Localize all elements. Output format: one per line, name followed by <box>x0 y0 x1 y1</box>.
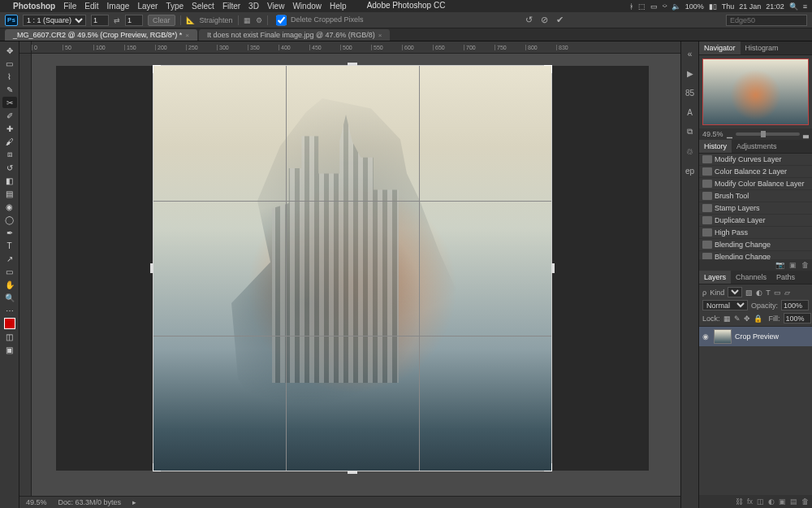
crop-handle-mb[interactable] <box>348 471 357 474</box>
swap-wh-icon[interactable]: ⇄ <box>114 16 120 24</box>
history-item[interactable]: Blending Change <box>699 251 812 259</box>
crop-handle-tr[interactable] <box>544 65 552 73</box>
history-item[interactable]: Modify Curves Layer <box>699 154 812 166</box>
tab-layers[interactable]: Layers <box>699 271 731 284</box>
history-snapshot-icon[interactable]: 📷 <box>775 261 784 269</box>
path-tool-icon[interactable]: ↗ <box>2 253 17 264</box>
screenmode-icon[interactable]: ▣ <box>2 344 17 355</box>
layer-thumbnail[interactable] <box>714 329 732 344</box>
straighten-label[interactable]: Straighten <box>200 16 233 24</box>
layer-name[interactable]: Crop Preview <box>735 332 779 341</box>
layer-filter-select[interactable] <box>728 287 742 297</box>
commit-crop-icon[interactable]: ✔ <box>556 15 564 25</box>
history-item[interactable]: Stamp Layers <box>699 202 812 215</box>
delete-cropped-checkbox[interactable]: Delete Cropped Pixels <box>273 12 364 28</box>
crop-rect[interactable] <box>153 66 551 471</box>
blend-mode-select[interactable]: Normal <box>702 300 748 310</box>
app-name[interactable]: Photoshop <box>13 2 55 11</box>
dodge-tool-icon[interactable]: ◯ <box>2 214 17 225</box>
layer-adj-icon[interactable]: ◐ <box>768 497 775 506</box>
menu-3d[interactable]: 3D <box>248 2 259 11</box>
history-new-icon[interactable]: ▣ <box>789 261 797 269</box>
cancel-crop-icon[interactable]: ⊘ <box>541 15 548 25</box>
crop-handle-ml[interactable] <box>150 263 153 273</box>
nav-zoom-slider[interactable] <box>736 132 800 136</box>
lock-paint-icon[interactable]: ✎ <box>734 315 741 323</box>
crop-handle-tl[interactable] <box>153 65 161 73</box>
filter-adj-icon[interactable]: ◐ <box>756 289 762 297</box>
zoom-in-icon[interactable]: ▃ <box>803 130 809 138</box>
crop-ratio-select[interactable]: 1 : 1 (Square) <box>23 15 86 26</box>
history-item[interactable]: Duplicate Layer <box>699 215 812 227</box>
tab-history[interactable]: History <box>699 140 732 153</box>
battery-icon[interactable]: ▮▯ <box>709 2 717 11</box>
tab-adjustments[interactable]: Adjustments <box>732 140 782 153</box>
tab-navigator[interactable]: Navigator <box>699 41 741 54</box>
dock-recycle-icon[interactable]: ♲ <box>685 145 696 157</box>
crop-overlay[interactable] <box>56 66 649 471</box>
layer-trash-icon[interactable]: 🗑 <box>801 497 809 506</box>
history-item[interactable]: Color Balance 2 Layer <box>699 166 812 178</box>
quickmask-icon[interactable]: ◫ <box>2 331 17 342</box>
layer-mask-icon[interactable]: ◫ <box>757 497 764 506</box>
layer-visibility-icon[interactable]: ◉ <box>702 332 710 341</box>
lock-pos-icon[interactable]: ✥ <box>744 315 750 323</box>
reset-crop-icon[interactable]: ↺ <box>525 15 533 25</box>
overlay-grid-icon[interactable]: ▦ <box>244 16 251 24</box>
marquee-tool-icon[interactable]: ▭ <box>2 58 17 69</box>
lock-trans-icon[interactable]: ▦ <box>723 315 731 323</box>
navigator-preview[interactable] <box>699 55 812 128</box>
ruler-origin[interactable] <box>19 41 32 54</box>
menu-image[interactable]: Image <box>107 2 130 11</box>
pen-tool-icon[interactable]: ✒ <box>2 227 17 238</box>
layer-link-icon[interactable]: ⛓ <box>736 497 743 506</box>
tab-histogram[interactable]: Histogram <box>741 41 784 54</box>
gradient-tool-icon[interactable]: ▤ <box>2 188 17 199</box>
filter-smart-icon[interactable]: ▱ <box>784 289 790 297</box>
ps-home-icon[interactable]: Ps <box>5 15 18 26</box>
menu-help[interactable]: Help <box>330 2 347 11</box>
history-item[interactable]: Blending Change <box>699 239 812 251</box>
layer-row[interactable]: ◉ Crop Preview <box>699 327 812 346</box>
crop-tool-icon[interactable]: ✂ <box>2 97 17 108</box>
fill-input[interactable] <box>784 313 811 323</box>
status-zoom[interactable]: 49.5% <box>26 498 47 506</box>
zoom-tool-icon[interactable]: 🔍 <box>2 292 17 303</box>
crop-handle-mr[interactable] <box>551 263 555 273</box>
healing-tool-icon[interactable]: ✚ <box>2 123 17 134</box>
display-icon[interactable]: ▭ <box>650 2 658 11</box>
dock-expand-icon[interactable]: « <box>685 48 696 59</box>
close-icon[interactable]: × <box>378 32 382 39</box>
spotlight-icon[interactable]: 🔍 <box>789 2 798 11</box>
dock-char-icon[interactable]: A <box>685 106 696 118</box>
crop-handle-br[interactable] <box>544 463 552 471</box>
menu-view[interactable]: View <box>267 2 285 11</box>
tab-paths[interactable]: Paths <box>771 271 800 284</box>
filter-shape-icon[interactable]: ▭ <box>774 289 781 297</box>
search-input[interactable] <box>726 15 807 26</box>
history-item[interactable]: High Pass <box>699 227 812 239</box>
doc-tab-1[interactable]: _MG_6607.CR2 @ 49.5% (Crop Preview, RGB/… <box>5 29 197 41</box>
move-tool-icon[interactable]: ✥ <box>2 45 17 56</box>
hand-tool-icon[interactable]: ✋ <box>2 279 17 290</box>
crop-width-input[interactable] <box>91 15 109 26</box>
quick-select-tool-icon[interactable]: ✎ <box>2 84 17 95</box>
stamp-tool-icon[interactable]: ⧇ <box>2 149 17 160</box>
dock-ep-icon[interactable]: ep <box>685 165 696 176</box>
layer-new-icon[interactable]: ▤ <box>790 497 797 506</box>
history-brush-tool-icon[interactable]: ↺ <box>2 162 17 173</box>
history-trash-icon[interactable]: 🗑 <box>801 261 809 269</box>
dropbox-icon[interactable]: ⬚ <box>638 2 646 11</box>
history-item[interactable]: Brush Tool <box>699 190 812 202</box>
menu-window[interactable]: Window <box>292 2 322 11</box>
status-doc[interactable]: Doc: 63.3M/0 bytes <box>58 498 122 506</box>
history-item[interactable]: Modify Color Balance Layer <box>699 178 812 190</box>
lasso-tool-icon[interactable]: ⌇ <box>2 71 17 82</box>
crop-settings-icon[interactable]: ⚙ <box>256 16 262 24</box>
layer-group-icon[interactable]: ▣ <box>779 497 786 506</box>
crop-handle-bl[interactable] <box>153 463 161 471</box>
menu-filter[interactable]: Filter <box>222 2 240 11</box>
layer-fx-icon[interactable]: fx <box>747 497 753 506</box>
dock-play-icon[interactable]: ▶ <box>685 67 696 79</box>
zoom-out-icon[interactable]: ▁ <box>727 130 732 138</box>
